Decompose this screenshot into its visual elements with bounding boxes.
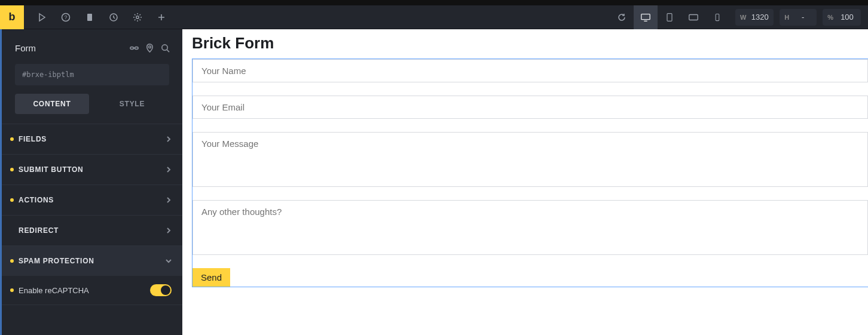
height-value: - bbox=[794, 13, 812, 21]
enable-recaptcha-label: Enable reCAPTCHA bbox=[19, 286, 150, 295]
device-switcher bbox=[610, 5, 729, 29]
email-input[interactable] bbox=[193, 96, 867, 118]
device-tablet-landscape-icon[interactable] bbox=[681, 5, 705, 29]
form-heading: Brick Form bbox=[192, 34, 868, 53]
field-thoughts bbox=[192, 200, 868, 255]
chevron-right-icon bbox=[166, 195, 172, 205]
section-spam-protection[interactable]: SPAM PROTECTION bbox=[2, 246, 182, 276]
svg-point-11 bbox=[148, 45, 151, 48]
link-icon[interactable] bbox=[126, 40, 142, 56]
chevron-down-icon bbox=[166, 256, 172, 266]
section-spam-label: SPAM PROTECTION bbox=[19, 257, 166, 265]
history-icon[interactable] bbox=[102, 5, 126, 29]
height-label: H bbox=[784, 14, 789, 21]
sidebar-title: Form bbox=[15, 43, 126, 53]
field-email bbox=[192, 96, 868, 119]
device-desktop-icon[interactable] bbox=[634, 5, 658, 29]
svg-point-12 bbox=[161, 44, 167, 50]
active-dot-icon bbox=[10, 137, 14, 141]
refresh-icon[interactable] bbox=[610, 5, 634, 29]
section-submit-label: SUBMIT BUTTON bbox=[19, 165, 166, 174]
chevron-right-icon bbox=[166, 225, 172, 236]
svg-rect-8 bbox=[716, 14, 719, 20]
preview-canvas: Brick Form Send bbox=[182, 29, 868, 335]
help-icon[interactable]: ? bbox=[54, 5, 78, 29]
field-message bbox=[192, 132, 868, 187]
form-element-outline[interactable]: Send bbox=[192, 59, 868, 287]
page-icon[interactable] bbox=[78, 5, 102, 29]
logo[interactable]: b bbox=[0, 5, 24, 29]
settings-sidebar: Form CONTENT STYLE FIELDS bbox=[0, 29, 182, 335]
active-dot-icon bbox=[10, 168, 14, 171]
tab-content[interactable]: CONTENT bbox=[15, 94, 89, 114]
active-dot-icon bbox=[10, 288, 14, 292]
svg-rect-7 bbox=[689, 14, 698, 20]
thoughts-textarea[interactable] bbox=[193, 201, 867, 252]
scale-box[interactable]: % 100 bbox=[823, 9, 861, 26]
element-id-input[interactable] bbox=[15, 64, 169, 85]
add-icon[interactable] bbox=[149, 5, 173, 29]
enable-recaptcha-toggle[interactable] bbox=[150, 284, 172, 296]
toolbar-left-icons: ? bbox=[24, 5, 173, 29]
svg-point-4 bbox=[136, 16, 139, 18]
chevron-right-icon bbox=[166, 134, 172, 145]
svg-rect-2 bbox=[87, 14, 92, 21]
editor-toolbar: b ? bbox=[0, 5, 868, 29]
scale-value: 100 bbox=[838, 13, 856, 21]
section-actions-label: ACTIONS bbox=[19, 196, 166, 204]
message-textarea[interactable] bbox=[193, 133, 867, 184]
chevron-right-icon bbox=[166, 164, 172, 175]
settings-icon[interactable] bbox=[126, 5, 149, 29]
section-actions[interactable]: ACTIONS bbox=[2, 185, 182, 215]
section-fields[interactable]: FIELDS bbox=[2, 124, 182, 154]
tab-style[interactable]: STYLE bbox=[95, 94, 169, 114]
location-icon[interactable] bbox=[142, 40, 157, 56]
width-value: 1320 bbox=[751, 13, 769, 21]
width-label: W bbox=[740, 14, 746, 21]
device-tablet-portrait-icon[interactable] bbox=[658, 5, 681, 29]
name-input[interactable] bbox=[193, 60, 867, 82]
height-box[interactable]: H - bbox=[780, 9, 817, 26]
svg-rect-6 bbox=[667, 13, 672, 21]
scale-label: % bbox=[827, 14, 833, 21]
width-box[interactable]: W 1320 bbox=[735, 9, 774, 26]
send-button[interactable]: Send bbox=[192, 268, 230, 287]
section-fields-label: FIELDS bbox=[19, 135, 166, 143]
section-submit-button[interactable]: SUBMIT BUTTON bbox=[2, 155, 182, 185]
search-icon[interactable] bbox=[157, 40, 173, 56]
active-dot-icon bbox=[10, 259, 14, 263]
svg-text:?: ? bbox=[64, 14, 67, 20]
active-dot-icon bbox=[10, 198, 14, 202]
section-redirect-label: REDIRECT bbox=[19, 226, 166, 235]
svg-rect-5 bbox=[641, 14, 650, 19]
device-mobile-icon[interactable] bbox=[705, 5, 729, 29]
field-name bbox=[192, 59, 868, 82]
play-icon[interactable] bbox=[30, 5, 54, 29]
section-redirect[interactable]: REDIRECT bbox=[2, 216, 182, 245]
